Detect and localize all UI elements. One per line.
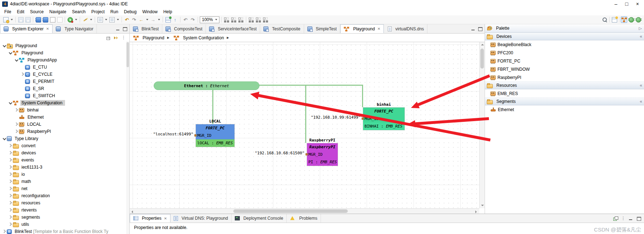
debug-perspective-button[interactable]	[628, 16, 634, 23]
minimize-view-icon[interactable]	[116, 27, 120, 31]
editor-tab[interactable]: TestComposite ✕	[260, 24, 304, 33]
menu-item[interactable]: Run	[108, 9, 121, 15]
expand-toggle-icon[interactable]	[8, 165, 13, 169]
expand-toggle-icon[interactable]	[8, 215, 13, 219]
device[interactable]: "192.168.10.99:61499" binhai FORTE_PC MG…	[363, 102, 405, 130]
tree-item[interactable]: 4 Playground	[0, 42, 129, 49]
tree-item[interactable]: Ethernet	[0, 114, 129, 121]
tree-item[interactable]: C E_CYCLE	[0, 71, 129, 78]
tree-item[interactable]: B E_CTU	[0, 64, 129, 71]
window-close-button[interactable]: ×	[636, 1, 639, 6]
menu-item[interactable]: File	[1, 9, 14, 15]
breadcrumb-arrow-icon[interactable]: ▶	[167, 36, 169, 39]
expand-toggle-icon[interactable]	[8, 222, 13, 226]
expand-toggle-icon[interactable]	[8, 144, 13, 148]
expand-toggle-icon[interactable]	[14, 108, 19, 112]
breadcrumb-arrow-icon[interactable]: ▶	[227, 36, 229, 39]
tree-item[interactable]: reconfiguration	[0, 192, 129, 199]
distribute-h-button[interactable]	[248, 16, 254, 23]
new-wizard-dropdown[interactable]	[10, 16, 14, 23]
view-menu-icon[interactable]: ⋮	[122, 35, 126, 40]
menu-item[interactable]: Help	[160, 9, 175, 15]
expand-toggle-icon[interactable]	[20, 94, 25, 98]
maximize-editor-icon[interactable]	[478, 27, 482, 31]
tree-item[interactable]: devices	[0, 149, 129, 156]
palette-item[interactable]: BeagleBoneBlack	[485, 40, 644, 49]
device[interactable]: "192.168.10.68:61500" RaspberryPI Raspbe…	[307, 138, 338, 166]
tree-item[interactable]: binhai	[0, 106, 129, 114]
expand-toggle-icon[interactable]	[14, 115, 19, 119]
expand-toggle-icon[interactable]	[2, 44, 6, 48]
resource-row[interactable]: PI : EMB_RES	[307, 158, 338, 166]
palette-group-segments[interactable]: Segments «	[485, 98, 644, 105]
new-adapter-button[interactable]	[42, 16, 49, 23]
monitoring-button[interactable]	[56, 16, 63, 23]
device-block[interactable]: FORTE_PC MGR_ID lOCAL : EMB_RES	[195, 124, 235, 147]
tab-close-icon[interactable]: ✕	[46, 27, 49, 31]
tree-item[interactable]: net	[0, 185, 129, 192]
expand-toggle-icon[interactable]	[20, 79, 25, 84]
tree-item[interactable]: B E_SR	[0, 85, 129, 92]
new-view-button[interactable]	[165, 16, 171, 23]
expand-toggle-icon[interactable]	[8, 51, 13, 55]
distribute-v-button[interactable]	[255, 16, 262, 23]
editor-tab[interactable]: CompositeTest ✕	[162, 24, 206, 33]
minimize-editor-icon[interactable]	[471, 27, 476, 31]
tree-item[interactable]: B BlinkTest[Template for a Basic Functio…	[0, 228, 129, 234]
expand-toggle-icon[interactable]	[2, 229, 6, 234]
system-perspective-button[interactable]	[621, 16, 627, 23]
expand-toggle-icon[interactable]	[8, 151, 13, 155]
save-button[interactable]	[18, 16, 24, 23]
drawer-collapse-icon[interactable]: «	[640, 100, 642, 103]
launch-dropdown[interactable]	[74, 16, 78, 23]
menu-item[interactable]: Navigate	[46, 9, 69, 15]
expand-toggle-icon[interactable]	[20, 65, 25, 69]
match-size-button[interactable]	[262, 16, 269, 23]
bottom-tab[interactable]: Problems ✕	[287, 214, 321, 223]
save-all-button[interactable]	[25, 16, 31, 23]
maximize-view-icon[interactable]	[123, 27, 127, 31]
menu-item[interactable]: Window	[139, 9, 160, 15]
device[interactable]: "localhost:61499" LOCAL FORTE_PC MGR_ID …	[195, 119, 235, 147]
tree-item[interactable]: Playground	[0, 49, 129, 56]
bottom-tab[interactable]: Deployment Console ✕	[232, 214, 287, 223]
drawer-collapse-icon[interactable]: «	[640, 35, 642, 38]
tab-close-icon[interactable]: ✕	[164, 216, 167, 220]
device-block[interactable]: RaspberryPI MGR_ID PI : EMB_RES	[307, 143, 338, 166]
device-block[interactable]: FORTE_PC MGR_ID BINHAI : EMB_RES	[363, 107, 405, 130]
expand-toggle-icon[interactable]	[14, 58, 19, 62]
open-type-button[interactable]	[97, 16, 103, 23]
menu-item[interactable]: Edit	[14, 9, 27, 15]
palette-pin-icon[interactable]: ▷	[639, 26, 642, 31]
bottom-tab[interactable]: Properties ✕	[130, 214, 170, 223]
expand-toggle-icon[interactable]	[8, 201, 13, 205]
scroll-left-icon[interactable]	[130, 209, 135, 214]
palette-item[interactable]: FBRT_WINDOW	[485, 65, 644, 73]
undo-button[interactable]: ↶	[182, 16, 189, 23]
open-type-dropdown[interactable]	[104, 16, 108, 23]
window-minimize-button[interactable]: –	[615, 1, 618, 6]
tree-item[interactable]: B E_PERMIT	[0, 78, 129, 85]
launch-forte-button[interactable]	[67, 16, 73, 23]
window-maximize-button[interactable]: □	[625, 1, 628, 6]
tree-item[interactable]: events	[0, 156, 129, 164]
search-button[interactable]	[601, 16, 608, 23]
link-with-editor-icon[interactable]	[114, 36, 119, 40]
tree-item[interactable]: resources	[0, 199, 129, 206]
tree-item[interactable]: B E_SWITCH	[0, 92, 129, 99]
menu-item[interactable]: Project	[88, 9, 107, 15]
maximize-panel-icon[interactable]	[636, 216, 641, 220]
open-perspective-button[interactable]	[611, 16, 618, 23]
expand-toggle-icon[interactable]	[14, 122, 19, 126]
tree-item[interactable]: utils	[0, 221, 129, 228]
layout-left-button[interactable]	[223, 16, 230, 23]
minimize-panel-icon[interactable]	[629, 216, 633, 220]
expand-toggle-icon[interactable]	[2, 136, 6, 141]
new-subapp-button[interactable]	[49, 16, 56, 23]
tree-item[interactable]: io	[0, 171, 129, 178]
palette-item[interactable]: Ethernet	[485, 105, 644, 114]
expand-toggle-icon[interactable]	[8, 208, 13, 212]
zoom-select[interactable]: 100%	[200, 16, 219, 23]
expand-toggle-icon[interactable]	[8, 158, 13, 162]
collapse-all-icon[interactable]	[106, 36, 111, 40]
